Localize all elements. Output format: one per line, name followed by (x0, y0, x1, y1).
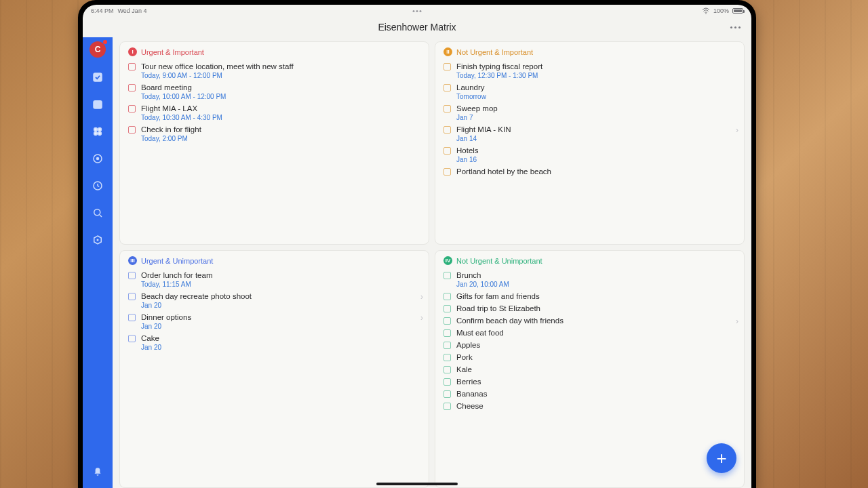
task-title: Check in for flight (141, 125, 201, 134)
checkbox[interactable] (443, 390, 451, 398)
task-title: Portland hotel by the beach (456, 167, 551, 176)
task-item[interactable]: Berries (443, 375, 736, 388)
calendar-icon[interactable]: 4 (90, 97, 105, 112)
svg-point-12 (97, 239, 99, 241)
quadrant-badge: III (128, 256, 137, 265)
task-title: Cake (141, 334, 161, 342)
notifications-icon[interactable] (90, 464, 105, 479)
checkbox[interactable] (128, 105, 136, 113)
quadrant-header: IIIUrgent & Unimportant (128, 256, 420, 265)
task-item[interactable]: Beach day recreate photo shoot Jan 20 › (128, 290, 420, 311)
svg-point-7 (98, 132, 102, 136)
task-item[interactable]: Board meeting Today, 10:00 AM - 12:00 PM (128, 81, 420, 102)
task-item[interactable]: Cheese (443, 400, 736, 412)
checkbox[interactable] (443, 293, 451, 300)
matrix-icon[interactable] (90, 124, 105, 139)
checkbox[interactable] (443, 272, 451, 279)
task-title: Hotels (456, 146, 479, 155)
task-item[interactable]: Laundry Tomorrow (443, 81, 736, 102)
task-item[interactable]: Hotels Jan 16 (443, 144, 736, 165)
clock-icon[interactable] (90, 178, 105, 193)
task-title: Pork (456, 353, 473, 361)
checkbox[interactable] (443, 168, 451, 176)
task-item[interactable]: Portland hotel by the beach (443, 165, 736, 178)
checkbox[interactable] (443, 84, 451, 92)
checkbox[interactable] (128, 293, 136, 300)
task-meta: Jan 20 (141, 323, 191, 330)
avatar[interactable]: C (90, 41, 106, 58)
task-item[interactable]: Finish typing fiscal report Today, 12:30… (443, 60, 736, 81)
app-body: C 4 IUrgent & Important Tour new office … (83, 37, 751, 488)
checkbox[interactable] (443, 366, 451, 373)
status-bar: 6:44 PM Wed Jan 4 100% (83, 5, 751, 17)
search-icon[interactable] (90, 205, 105, 220)
task-item[interactable]: Apples (443, 339, 736, 351)
multitask-dots-icon[interactable] (413, 10, 422, 12)
task-item[interactable]: Bananas (443, 388, 736, 400)
task-item[interactable]: Order lunch for team Today, 11:15 AM (128, 269, 420, 290)
checkbox[interactable] (128, 314, 136, 321)
svg-point-4 (94, 128, 98, 131)
ipad-device: 6:44 PM Wed Jan 4 100% Eisenhower Matrix… (78, 0, 756, 488)
quadrant-header: IUrgent & Important (128, 47, 420, 56)
quadrant-urgent-unimportant: IIIUrgent & Unimportant Order lunch for … (119, 250, 429, 488)
task-title: Kale (456, 365, 472, 373)
checkbox[interactable] (443, 305, 451, 312)
checkbox[interactable] (128, 272, 136, 279)
task-item[interactable]: Tour new office location, meet with new … (128, 60, 420, 81)
matrix-grid: IUrgent & Important Tour new office loca… (113, 37, 751, 488)
task-item[interactable]: Confirm beach day with friends › (443, 314, 736, 327)
task-item[interactable]: Flight MIA - LAX Today, 10:30 AM - 4:30 … (128, 102, 420, 123)
task-item[interactable]: Cake Jan 20 (128, 332, 420, 353)
task-item[interactable]: Road trip to St Elizabeth (443, 302, 736, 314)
task-item[interactable]: Check in for flight Today, 2:00 PM (128, 123, 420, 144)
checkbox[interactable] (128, 63, 136, 70)
status-date: Wed Jan 4 (118, 7, 147, 14)
target-icon[interactable] (90, 151, 105, 166)
task-meta: Jan 16 (456, 156, 479, 163)
task-item[interactable]: Brunch Jan 20, 10:00 AM (443, 269, 736, 290)
quadrant-urgent-important: IUrgent & Important Tour new office loca… (119, 41, 429, 245)
checkbox[interactable] (443, 126, 451, 134)
inbox-icon[interactable] (90, 70, 105, 85)
checkbox[interactable] (128, 335, 136, 342)
checkbox[interactable] (443, 147, 451, 155)
svg-point-11 (94, 209, 100, 216)
task-item[interactable]: Kale (443, 363, 736, 375)
quadrant-label: Urgent & Unimportant (141, 257, 213, 265)
task-item[interactable]: Flight MIA - KIN Jan 14 › (443, 123, 736, 144)
quadrant-not-urgent-important: IINot Urgent & Important Finish typing f… (435, 41, 745, 245)
chevron-right-icon: › (736, 317, 738, 326)
task-item[interactable]: Pork (443, 351, 736, 363)
checkbox[interactable] (443, 342, 451, 349)
quadrant-label: Urgent & Important (141, 48, 204, 56)
checkbox[interactable] (443, 329, 451, 337)
task-meta: Jan 20, 10:00 AM (456, 281, 509, 288)
quadrant-header: IINot Urgent & Important (443, 47, 736, 56)
checkbox[interactable] (443, 105, 451, 113)
svg-point-5 (98, 128, 102, 131)
task-title: Beach day recreate photo shoot (141, 292, 252, 300)
title-bar: Eisenhower Matrix (83, 17, 751, 37)
checkbox[interactable] (443, 403, 451, 410)
checkbox[interactable] (443, 63, 451, 70)
more-options-icon[interactable] (730, 26, 741, 28)
checkbox[interactable] (128, 126, 136, 134)
task-meta: Jan 20 (141, 344, 161, 351)
task-item[interactable]: Must eat food (443, 327, 736, 339)
task-item[interactable]: Dinner options Jan 20 › (128, 311, 420, 332)
checkbox[interactable] (128, 84, 136, 92)
checkbox[interactable] (443, 354, 451, 361)
chevron-right-icon: › (420, 313, 423, 323)
checkbox[interactable] (443, 317, 451, 325)
settings-icon[interactable] (90, 232, 105, 247)
task-item[interactable]: Sweep mop Jan 7 (443, 102, 736, 123)
checkbox[interactable] (443, 378, 451, 386)
home-indicator[interactable] (376, 483, 458, 485)
task-item[interactable]: Gifts for fam and friends (443, 290, 736, 302)
page-title: Eisenhower Matrix (378, 22, 456, 33)
task-meta: Tomorrow (456, 93, 486, 100)
task-title: Gifts for fam and friends (456, 292, 540, 300)
add-task-button[interactable]: + (707, 443, 736, 473)
quadrant-badge: I (128, 47, 137, 56)
